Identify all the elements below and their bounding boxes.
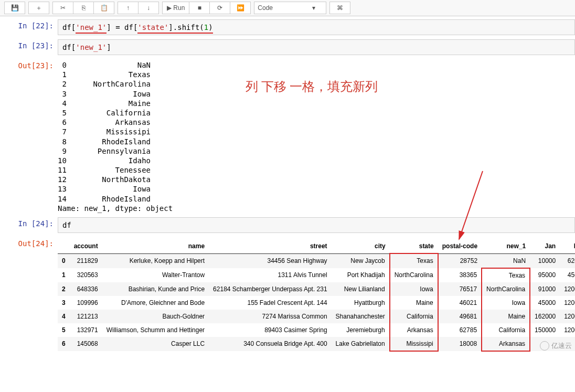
cut-button[interactable]: ✂: [52, 2, 73, 14]
table-cell: 38365: [438, 268, 482, 282]
table-cell: Iowa: [482, 296, 530, 310]
column-header: street: [209, 239, 331, 253]
table-cell: Casper LLC: [102, 337, 209, 351]
table-cell: Hyattburgh: [332, 296, 390, 310]
arrow-down-icon: ↓: [147, 4, 150, 12]
restart-run-all-button[interactable]: ⏩: [230, 2, 251, 14]
table-cell: 162000: [530, 310, 560, 323]
table-cell: Jeremieburgh: [332, 323, 390, 337]
table-row: 1320563Walter-Trantow1311 Alvis TunnelPo…: [58, 268, 575, 282]
dataframe-table: accountnamestreetcitystatepostal-codenew…: [58, 239, 575, 352]
table-cell: California: [482, 323, 530, 337]
column-header: name: [102, 239, 209, 253]
plus-icon: ＋: [36, 4, 42, 13]
table-cell: Lake Gabriellaton: [332, 337, 390, 351]
cell-in-22: In [22]: df['new_1'] = df['state'].shift…: [0, 17, 575, 37]
table-cell: 95000: [530, 268, 560, 282]
cell-type-value: Code: [258, 4, 273, 12]
table-cell: 320563: [70, 268, 102, 282]
column-header: account: [70, 239, 102, 253]
table-cell: Port Khadijah: [332, 268, 390, 282]
table-cell: 120000: [560, 323, 575, 337]
cell-type-select[interactable]: Code ▾: [254, 2, 326, 14]
fast-forward-icon: ⏩: [237, 4, 244, 12]
table-cell: Arkansas: [390, 323, 438, 337]
restart-button[interactable]: ⟳: [210, 2, 230, 14]
cell-out-24: Out[24]: accountnamestreetcitystateposta…: [0, 235, 575, 354]
table-cell: New Jaycob: [332, 253, 390, 268]
table-cell: 62785: [438, 323, 482, 337]
table-cell: 648336: [70, 282, 102, 296]
run-button[interactable]: ▶ Run: [162, 2, 189, 14]
code-input-23[interactable]: df['new_1']: [58, 39, 575, 55]
table-cell: 76517: [438, 282, 482, 296]
table-cell: Maine: [482, 310, 530, 323]
table-cell: 89403 Casimer Spring: [209, 323, 331, 337]
prompt-out-23: Out[23]:: [0, 59, 58, 213]
table-cell: 150000: [530, 323, 560, 337]
table-cell: Arkansas: [482, 337, 530, 351]
column-header: postal-code: [438, 239, 482, 253]
table-row: 3109996D'Amore, Gleichner and Bode155 Fa…: [58, 296, 575, 310]
prompt-in-22: In [22]:: [0, 19, 58, 35]
paste-button[interactable]: 📋: [94, 2, 114, 14]
table-cell: 10000: [530, 253, 560, 268]
table-cell: 7274 Marissa Common: [209, 310, 331, 323]
table-row: 6145068Casper LLC340 Consuela Bridge Apt…: [58, 337, 575, 351]
command-palette-button[interactable]: ⌘: [329, 2, 350, 14]
table-cell: Kerluke, Koepp and Hilpert: [102, 253, 209, 268]
move-up-button[interactable]: ↑: [118, 2, 139, 14]
column-header: new_1: [482, 239, 530, 253]
table-cell: New Lilianland: [332, 282, 390, 296]
prompt-out-24: Out[24]:: [0, 237, 58, 352]
table-cell: 45000: [530, 296, 560, 310]
table-row: 4121213Bauch-Goldner7274 Marissa CommonS…: [58, 310, 575, 323]
stop-button[interactable]: ■: [189, 2, 210, 14]
table-cell: Texas: [390, 253, 438, 268]
table-cell: 1311 Alvis Tunnel: [209, 268, 331, 282]
table-cell: Maine: [390, 296, 438, 310]
restart-icon: ⟳: [217, 4, 222, 12]
table-cell: 121213: [70, 310, 102, 323]
notebook-area: In [22]: df['new_1'] = df['state'].shift…: [0, 16, 575, 354]
table-row: 5132971Williamson, Schumm and Hettinger8…: [58, 323, 575, 337]
play-icon: ▶ Run: [167, 4, 185, 12]
table-row: 0211829Kerluke, Koepp and Hilpert34456 S…: [58, 253, 575, 268]
copy-button[interactable]: ⎘: [73, 2, 94, 14]
cell-in-23: In [23]: df['new_1']: [0, 37, 575, 57]
jupyter-toolbar: 💾 ＋ ✂ ⎘ 📋 ↑ ↓ ▶ Run ■ ⟳ ⏩ Code ▾ ⌘: [0, 0, 575, 16]
table-cell: Shanahanchester: [332, 310, 390, 323]
cut-icon: ✂: [60, 4, 66, 12]
table-cell: 155 Fadel Crescent Apt. 144: [209, 296, 331, 310]
copy-icon: ⎘: [82, 4, 86, 12]
table-cell: 62184 Schamberger Underpass Apt. 231: [209, 282, 331, 296]
table-cell: Iowa: [390, 282, 438, 296]
table-cell: 211829: [70, 253, 102, 268]
table-cell: NorthCarolina: [482, 282, 530, 296]
code-input-22[interactable]: df['new_1'] = df['state'].shift(1): [58, 19, 575, 35]
table-cell: 120000: [560, 282, 575, 296]
chevron-down-icon: ▾: [312, 4, 315, 12]
table-cell: Bashirian, Kunde and Price: [102, 282, 209, 296]
table-cell: California: [390, 310, 438, 323]
add-cell-button[interactable]: ＋: [28, 2, 49, 14]
table-cell: 18008: [438, 337, 482, 351]
table-cell: NorthCarolina: [390, 268, 438, 282]
save-icon: 💾: [11, 4, 19, 12]
code-input-24[interactable]: df: [58, 217, 575, 233]
table-cell: 132971: [70, 323, 102, 337]
prompt-in-23: In [23]:: [0, 39, 58, 55]
table-cell: 49681: [438, 310, 482, 323]
table-cell: Williamson, Schumm and Hettinger: [102, 323, 209, 337]
paste-icon: 📋: [100, 4, 108, 12]
table-cell: Texas: [482, 268, 530, 282]
watermark: 亿速云: [540, 341, 572, 351]
table-cell: Walter-Trantow: [102, 268, 209, 282]
column-header: Jan: [530, 239, 560, 253]
save-button[interactable]: 💾: [4, 2, 25, 14]
move-down-button[interactable]: ↓: [139, 2, 159, 14]
table-cell: 62000: [560, 253, 575, 268]
table-cell: D'Amore, Gleichner and Bode: [102, 296, 209, 310]
prompt-in-24: In [24]:: [0, 217, 58, 233]
table-cell: 120000: [560, 310, 575, 323]
